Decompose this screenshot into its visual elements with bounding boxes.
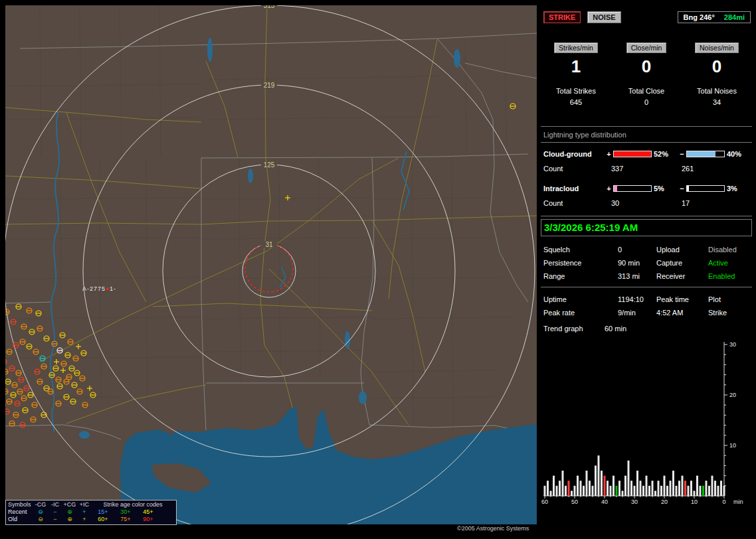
strikes-per-min-header[interactable]: Strikes/min	[554, 42, 598, 53]
noise-toggle-button[interactable]: NOISE	[587, 11, 620, 23]
uptime-value: 1194:10	[618, 295, 656, 303]
datetime-display: 3/3/2026 6:25:19 AM	[541, 219, 752, 236]
total-noises-label: Total Noises	[682, 87, 752, 95]
total-noises-value: 34	[682, 98, 752, 106]
lightning-map[interactable]: 31321912531	[5, 5, 537, 524]
plot-value: Strike	[708, 309, 752, 317]
svg-text:313: 313	[264, 5, 275, 9]
close-per-min-value: 0	[611, 56, 682, 77]
svg-text:0: 0	[722, 499, 725, 505]
cloud-ground-counts: Count 337 261	[541, 165, 752, 173]
intracloud-row: Intracloud + 5% − 3%	[541, 184, 752, 193]
peak-time-value: 4:52 AM	[656, 309, 708, 317]
peak-rate-value: 9/min	[618, 309, 656, 317]
persistence-value: 90 min	[618, 259, 656, 267]
peak-time-label: Peak time	[656, 295, 708, 303]
cg-minus-bar	[686, 151, 725, 157]
cg-plus-pct: 52%	[652, 150, 678, 158]
bearing-range: 284mi	[724, 13, 745, 21]
bearing-label: Bng 246°	[684, 13, 715, 21]
strikes-per-min-value: 1	[541, 56, 611, 77]
ic-plus-count: 30	[611, 199, 682, 208]
ic-minus-count: 17	[682, 199, 690, 208]
upload-status: Disabled	[708, 246, 752, 254]
settings-grid: Squelch 0 Upload Disabled Persistence 90…	[541, 246, 752, 280]
rate-headers: Strikes/min Close/min Noises/min	[541, 42, 752, 53]
cg-plus-bar	[613, 151, 652, 157]
svg-text:10: 10	[729, 442, 736, 449]
svg-text:min: min	[733, 499, 743, 505]
close-per-min-header[interactable]: Close/min	[626, 42, 667, 53]
track-dot-icon	[106, 287, 109, 290]
map-legend: Symbols-CG-IC+CG+ICStrike age color code…	[5, 500, 177, 525]
squelch-value: 0	[618, 246, 656, 254]
station-track-id: A-2775	[82, 285, 106, 292]
svg-text:30: 30	[729, 341, 736, 348]
svg-text:60: 60	[541, 499, 548, 505]
trend-graph-label: Trend graph	[543, 325, 605, 334]
capture-status: Active	[708, 259, 752, 267]
uptime-label: Uptime	[543, 295, 618, 303]
svg-text:20: 20	[661, 499, 668, 505]
copyright-text: ©2005 Astrogenic Systems	[457, 525, 529, 532]
stats-grid: Uptime 1194:10 Peak time Plot Peak rate …	[541, 295, 752, 317]
cloud-ground-row: Cloud-ground + 52% − 40%	[541, 149, 752, 158]
status-panel: STRIKE NOISE Bng 246° 284mi Strikes/min …	[541, 5, 752, 506]
totals: Total Strikes 645 Total Close 0 Total No…	[541, 87, 752, 106]
peak-rate-label: Peak rate	[543, 309, 618, 317]
intracloud-counts: Count 30 17	[541, 199, 752, 208]
panel-toolbar: STRIKE NOISE Bng 246° 284mi	[543, 11, 751, 24]
svg-text:125: 125	[264, 161, 275, 169]
noises-per-min-header[interactable]: Noises/min	[695, 42, 739, 53]
persistence-label: Persistence	[543, 259, 618, 267]
total-close-value: 0	[611, 98, 682, 106]
divider	[541, 126, 752, 127]
station-track-suffix: 1-	[110, 285, 116, 292]
trend-duration: 60 min	[605, 325, 626, 334]
svg-text:219: 219	[264, 82, 275, 89]
svg-text:30: 30	[631, 499, 638, 505]
count-label: Count	[543, 165, 611, 173]
squelch-label: Squelch	[543, 246, 618, 254]
receiver-label: Receiver	[656, 272, 708, 280]
plus-sign: +	[605, 150, 613, 158]
svg-text:50: 50	[571, 499, 578, 505]
cloud-ground-label: Cloud-ground	[543, 150, 605, 158]
trend-header: Trend graph 60 min	[541, 325, 752, 334]
trend-graph-chart: 1020306050403020100min	[541, 339, 752, 506]
ic-minus-bar	[686, 185, 725, 192]
cg-minus-count: 261	[682, 165, 694, 173]
count-label: Count	[543, 199, 611, 208]
cg-minus-pct: 40%	[725, 150, 751, 158]
plus-sign: +	[605, 185, 613, 193]
distribution-title: Lightning type distribution	[541, 128, 752, 143]
svg-text:10: 10	[691, 499, 698, 505]
plot-label: Plot	[708, 295, 752, 303]
total-strikes-value: 645	[541, 98, 611, 106]
total-strikes-label: Total Strikes	[541, 87, 611, 95]
noises-per-min-value: 0	[682, 56, 752, 77]
bearing-box: Bng 246° 284mi	[678, 11, 751, 23]
minus-sign: −	[678, 185, 686, 193]
divider	[541, 287, 752, 287]
minus-sign: −	[678, 150, 686, 158]
svg-text:40: 40	[601, 499, 608, 505]
ic-plus-pct: 5%	[652, 185, 678, 193]
ic-minus-pct: 3%	[725, 185, 751, 193]
svg-text:31: 31	[265, 241, 273, 248]
svg-text:20: 20	[729, 392, 736, 398]
ic-plus-bar	[613, 185, 652, 192]
range-value: 313 mi	[618, 272, 656, 280]
range-label: Range	[543, 272, 618, 280]
receiver-status: Enabled	[708, 272, 752, 280]
map-canvas: 31321912531	[5, 5, 537, 524]
station-track-label: A-27751-	[82, 285, 116, 292]
rate-values: 1 0 0	[541, 56, 752, 77]
divider	[541, 216, 752, 216]
total-close-label: Total Close	[611, 87, 682, 95]
capture-label: Capture	[656, 259, 708, 267]
intracloud-label: Intracloud	[543, 185, 605, 193]
upload-label: Upload	[656, 246, 708, 254]
cg-plus-count: 337	[611, 165, 682, 173]
strike-toggle-button[interactable]: STRIKE	[543, 11, 581, 23]
